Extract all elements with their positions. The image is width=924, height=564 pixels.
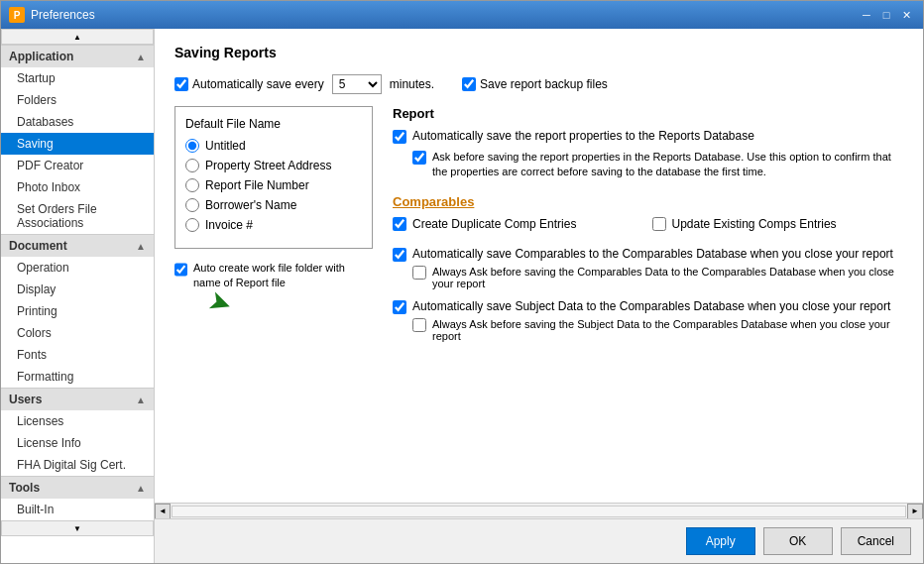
sidebar-item-folders[interactable]: Folders [1, 89, 154, 111]
comp-auto-save-check[interactable]: Automatically save Comparables to the Co… [393, 247, 903, 262]
comp-grid: Create Duplicate Comp Entries Update Exi… [393, 217, 903, 237]
app-icon: P [9, 7, 25, 23]
comp-auto-save-checkbox[interactable] [393, 248, 406, 262]
radio-borrowers-name[interactable]: Borrower's Name [185, 198, 362, 212]
sidebar-item-printing[interactable]: Printing [1, 300, 154, 322]
users-section-header[interactable]: Users ▲ [1, 388, 154, 410]
sidebar-item-display[interactable]: Display [1, 279, 154, 300]
preferences-window: P Preferences ─ □ ✕ ▲ Application ▲ Star… [0, 0, 924, 564]
scroll-left-arrow[interactable]: ◄ [155, 504, 171, 519]
users-collapse-icon: ▲ [136, 395, 146, 405]
report-check-2[interactable]: Ask before saving the report properties … [412, 150, 903, 180]
document-section-label: Document [9, 239, 67, 253]
application-section-label: Application [9, 50, 73, 63]
ok-button[interactable]: OK [763, 527, 833, 555]
radio-report-file-input[interactable] [185, 178, 199, 192]
radio-untitled-input[interactable] [185, 139, 199, 153]
scroll-up-button[interactable]: ▲ [1, 29, 154, 45]
scroll-down-button[interactable]: ▼ [1, 520, 154, 536]
auto-create-row[interactable]: Auto create work file folder with name o… [174, 261, 373, 291]
users-section-label: Users [9, 393, 42, 406]
scroll-right-arrow[interactable]: ► [907, 504, 923, 519]
auto-save-checkbox[interactable] [174, 77, 188, 91]
sidebar-item-built-in[interactable]: Built-In [1, 499, 154, 520]
report-auto-save-label: Automatically save the report properties… [412, 129, 754, 143]
radio-report-file[interactable]: Report File Number [185, 178, 362, 192]
sidebar-item-licenses[interactable]: Licenses [1, 410, 154, 432]
subject-always-ask-check[interactable]: Always Ask before saving the Subject Dat… [412, 318, 903, 342]
subject-auto-save-label: Automatically save Subject Data to the C… [412, 299, 890, 313]
sidebar-item-photo-inbox[interactable]: Photo Inbox [1, 176, 154, 198]
sidebar-item-saving[interactable]: Saving [1, 133, 154, 155]
collapse-icon: ▲ [136, 52, 146, 62]
sidebar-item-fha-digital[interactable]: FHA Digital Sig Cert. [1, 454, 154, 476]
save-backup-label: Save report backup files [480, 77, 608, 91]
comparables-section-title: Comparables [393, 194, 903, 209]
cancel-button[interactable]: Cancel [841, 527, 911, 555]
report-auto-save-checkbox[interactable] [393, 130, 406, 144]
radio-untitled[interactable]: Untitled [185, 139, 362, 153]
save-backup-checkbox[interactable] [462, 77, 476, 91]
sidebar-item-pdf-creator[interactable]: PDF Creator [1, 155, 154, 176]
tools-section-label: Tools [9, 481, 40, 495]
document-section-header[interactable]: Document ▲ [1, 234, 154, 257]
radio-property-street[interactable]: Property Street Address [185, 159, 362, 172]
tools-section-header[interactable]: Tools ▲ [1, 476, 154, 499]
main-two-column: Default File Name Untitled Property Stre… [174, 106, 903, 348]
sidebar-item-operation[interactable]: Operation [1, 257, 154, 279]
radio-property-street-input[interactable] [185, 159, 199, 172]
page-title: Saving Reports [174, 45, 903, 60]
subject-auto-save-check[interactable]: Automatically save Subject Data to the C… [393, 299, 903, 314]
right-panel: Report Automatically save the report pro… [393, 106, 903, 348]
auto-save-label: Automatically save every [192, 77, 324, 91]
sidebar-item-databases[interactable]: Databases [1, 111, 154, 133]
document-collapse-icon: ▲ [136, 241, 146, 252]
minimize-button[interactable]: ─ [858, 6, 875, 24]
title-bar: P Preferences ─ □ ✕ [1, 1, 923, 29]
radio-borrowers-name-input[interactable] [185, 198, 199, 212]
report-section-title: Report [393, 106, 903, 121]
bottom-bar: Apply OK Cancel [155, 518, 923, 563]
horizontal-scrollbar[interactable]: ◄ ► [155, 503, 923, 518]
minutes-label: minutes. [390, 77, 434, 91]
close-button[interactable]: ✕ [897, 6, 915, 24]
auto-create-checkbox[interactable] [174, 263, 187, 277]
sidebar-item-license-info[interactable]: License Info [1, 432, 154, 454]
default-file-name-label: Default File Name [185, 117, 362, 131]
subject-always-ask-label: Always Ask before saving the Subject Dat… [432, 318, 903, 342]
minutes-select[interactable]: 5 10 15 30 [332, 74, 382, 94]
radio-invoice-input[interactable] [185, 218, 199, 232]
sidebar-item-fonts[interactable]: Fonts [1, 344, 154, 366]
comp-always-ask-checkbox[interactable] [412, 266, 426, 280]
auto-save-row: Automatically save every 5 10 15 30 minu… [174, 74, 903, 94]
cursor-decoration: ➤ [204, 311, 373, 344]
report-check-1[interactable]: Automatically save the report properties… [393, 129, 903, 144]
comp-always-ask-check[interactable]: Always Ask before saving the Comparables… [412, 266, 903, 289]
sidebar-item-set-orders[interactable]: Set Orders File Associations [1, 198, 154, 234]
title-bar-left: P Preferences [9, 7, 95, 23]
maximize-button[interactable]: □ [877, 6, 895, 24]
update-existing-checkbox[interactable] [652, 217, 666, 231]
report-ask-before-checkbox[interactable] [412, 151, 426, 165]
save-backup-checkbox-label[interactable]: Save report backup files [462, 77, 608, 91]
subject-auto-save-checkbox[interactable] [393, 300, 406, 314]
tools-collapse-icon: ▲ [136, 483, 146, 494]
sidebar-item-formatting[interactable]: Formatting [1, 366, 154, 388]
comp-grid-check-1[interactable]: Create Duplicate Comp Entries [393, 217, 644, 231]
auto-save-checkbox-label[interactable]: Automatically save every [174, 77, 324, 91]
report-ask-before-label: Ask before saving the report properties … [432, 150, 903, 180]
sidebar-item-startup[interactable]: Startup [1, 67, 154, 89]
update-existing-label: Update Existing Comps Entries [672, 217, 837, 231]
application-section-header[interactable]: Application ▲ [1, 45, 154, 67]
main-panel: Saving Reports Automatically save every … [155, 29, 923, 563]
comp-grid-check-2[interactable]: Update Existing Comps Entries [652, 217, 904, 231]
sidebar-item-colors[interactable]: Colors [1, 322, 154, 344]
window-title: Preferences [31, 8, 95, 22]
subject-always-ask-checkbox[interactable] [412, 318, 426, 332]
apply-button[interactable]: Apply [686, 527, 755, 555]
comp-auto-save-label: Automatically save Comparables to the Co… [412, 247, 893, 261]
default-file-name-box: Default File Name Untitled Property Stre… [174, 106, 373, 249]
scroll-track[interactable] [172, 506, 906, 517]
radio-invoice[interactable]: Invoice # [185, 218, 362, 232]
create-duplicate-checkbox[interactable] [393, 217, 406, 231]
